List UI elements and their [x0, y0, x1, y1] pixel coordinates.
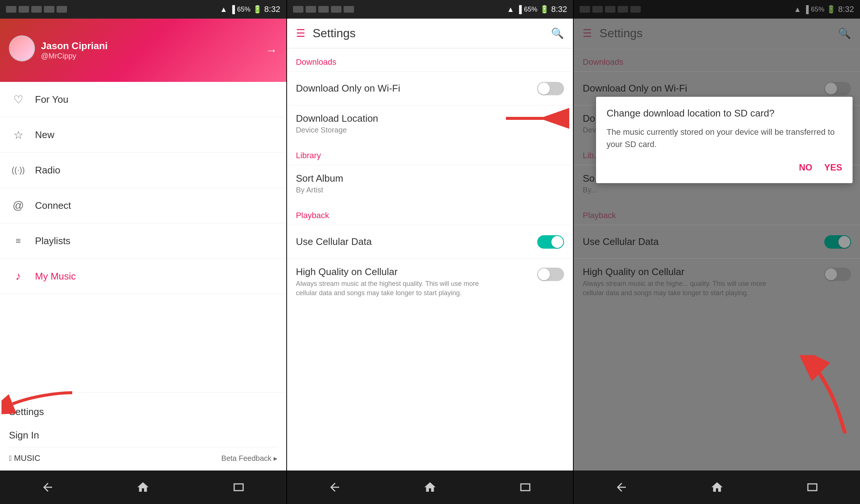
- user-info: Jason Cipriani @MrCippy: [41, 40, 108, 60]
- status-bar-2: ▲ ▐ 65% 🔋 8:32: [287, 0, 573, 19]
- recents-button[interactable]: [227, 476, 250, 498]
- settings-title: Settings: [313, 26, 551, 40]
- setting-high-quality[interactable]: High Quality on Cellular Always stream m…: [287, 258, 573, 305]
- panel-1-sidebar: ▲ ▐ 65% 🔋 8:32 Jason Cipriani @MrCippy →…: [0, 0, 286, 504]
- status-bar-1: ▲ ▐ 65% 🔋 8:32: [0, 0, 286, 19]
- wifi-only-text: Download Only on Wi-Fi: [296, 83, 400, 94]
- sidebar-header[interactable]: Jason Cipriani @MrCippy →: [0, 19, 286, 82]
- nav-label-for-you: For You: [35, 94, 69, 105]
- brand-label:  MUSIC: [9, 453, 40, 463]
- sidebar-item-my-music[interactable]: ♪ My Music: [0, 259, 286, 294]
- settings-header-2: ☰ Settings 🔍: [287, 19, 573, 48]
- icon-box-2-1: [293, 6, 303, 13]
- wifi-only-toggle[interactable]: [537, 82, 564, 95]
- icon-box-2-3: [318, 6, 329, 13]
- back-icon-2: [328, 481, 341, 494]
- username: Jason Cipriani: [41, 40, 108, 52]
- icon-box-1: [6, 6, 16, 13]
- settings-red-arrow: [1, 385, 76, 415]
- high-quality-text: High Quality on Cellular Always stream m…: [296, 266, 501, 298]
- status-icons-left-2: [293, 6, 354, 13]
- back-button[interactable]: [36, 476, 59, 498]
- yes-red-arrow: [778, 355, 853, 437]
- high-quality-label: High Quality on Cellular: [296, 266, 501, 278]
- dialog-title: Change download location to SD card?: [606, 107, 842, 120]
- at-icon: @: [9, 199, 28, 212]
- back-button-3[interactable]: [610, 476, 633, 498]
- home-icon: [136, 481, 150, 494]
- home-button-3[interactable]: [706, 476, 728, 498]
- back-icon: [41, 481, 54, 494]
- setting-wifi-only[interactable]: Download Only on Wi-Fi: [287, 71, 573, 105]
- dialog-yes-button[interactable]: YES: [824, 159, 842, 176]
- dialog-box: Change download location to SD card? The…: [596, 97, 853, 183]
- sidebar-item-for-you[interactable]: ♡ For You: [0, 82, 286, 117]
- home-icon-3: [710, 481, 724, 494]
- download-location-red-arrow: [502, 105, 573, 131]
- nav-label-radio: Radio: [35, 165, 60, 176]
- icon-box-3: [31, 6, 42, 13]
- home-icon-2: [423, 481, 437, 494]
- dialog-no-button[interactable]: NO: [799, 159, 812, 176]
- recents-button-2[interactable]: [514, 476, 536, 498]
- dialog-buttons: NO YES: [606, 159, 842, 176]
- status-icons-left: [6, 6, 67, 13]
- bottom-nav-3: [574, 470, 860, 504]
- icon-box-2-2: [306, 6, 316, 13]
- menu-icon[interactable]: ☰: [296, 27, 305, 39]
- status-time: 8:32: [264, 4, 280, 14]
- cellular-toggle[interactable]: [537, 235, 564, 249]
- back-icon-3: [615, 481, 628, 494]
- settings-item[interactable]: Settings: [9, 400, 277, 424]
- battery-percent: 65%: [237, 6, 251, 13]
- sort-album-text: Sort Album By Artist: [296, 173, 343, 194]
- home-button[interactable]: [132, 476, 154, 498]
- cellular-toggle-thumb: [551, 236, 563, 248]
- playlists-icon: ≡: [9, 236, 28, 246]
- avatar: [9, 35, 35, 61]
- sort-album-label: Sort Album: [296, 173, 343, 184]
- radio-icon: ((·)): [9, 165, 28, 175]
- high-quality-toggle[interactable]: [537, 268, 564, 281]
- feedback-link[interactable]: Beta Feedback ▸: [222, 454, 277, 463]
- wifi-only-label: Download Only on Wi-Fi: [296, 83, 400, 94]
- nav-label-new: New: [35, 129, 54, 141]
- bottom-nav-2: [287, 470, 573, 504]
- high-quality-desc: Always stream music at the highest quali…: [296, 279, 501, 298]
- search-icon[interactable]: 🔍: [551, 27, 564, 39]
- bottom-nav-1: [0, 470, 286, 504]
- wifi-icon: ▲: [220, 5, 227, 14]
- profile-arrow[interactable]: →: [265, 44, 277, 57]
- sort-album-sublabel: By Artist: [296, 186, 343, 194]
- download-location-sublabel: Device Storage: [296, 126, 378, 134]
- recents-icon-2: [519, 481, 532, 494]
- icon-box-2-4: [331, 6, 341, 13]
- setting-download-location[interactable]: Download Location Device Storage: [287, 105, 573, 142]
- recents-button-3[interactable]: [801, 476, 824, 498]
- cellular-text: Use Cellular Data: [296, 236, 372, 248]
- battery-percent-2: 65%: [524, 6, 537, 13]
- battery-icon-2: 🔋: [540, 5, 549, 14]
- panel-3-dialog: ▲ ▐ 65% 🔋 8:32 ☰ Settings 🔍 Downloads Do…: [574, 0, 860, 504]
- sidebar-item-connect[interactable]: @ Connect: [0, 188, 286, 223]
- wifi-icon-2: ▲: [507, 5, 515, 14]
- download-location-text: Download Location Device Storage: [296, 113, 378, 134]
- signal-icon-2: ▐: [516, 5, 522, 14]
- sign-in-label: Sign In: [9, 430, 39, 441]
- status-right-2: ▲ ▐ 65% 🔋 8:32: [507, 4, 567, 14]
- settings-content-2: Downloads Download Only on Wi-Fi Downloa…: [287, 48, 573, 470]
- footer-brand:  MUSIC Beta Feedback ▸: [9, 447, 277, 463]
- sidebar-item-radio[interactable]: ((·)) Radio: [0, 153, 286, 188]
- sign-in-item[interactable]: Sign In: [9, 424, 277, 447]
- sidebar-item-new[interactable]: ☆ New: [0, 117, 286, 153]
- star-icon: ☆: [9, 128, 28, 141]
- recents-icon-3: [806, 481, 819, 494]
- back-button-2[interactable]: [324, 476, 346, 498]
- sidebar-item-playlists[interactable]: ≡ Playlists: [0, 223, 286, 259]
- icon-box-5: [57, 6, 67, 13]
- user-handle: @MrCippy: [41, 52, 108, 60]
- sidebar-footer: Settings Sign In  MUSIC Beta Feedback ▸: [0, 392, 286, 470]
- setting-sort-album[interactable]: Sort Album By Artist: [287, 165, 573, 202]
- home-button-2[interactable]: [419, 476, 441, 498]
- setting-cellular[interactable]: Use Cellular Data: [287, 225, 573, 258]
